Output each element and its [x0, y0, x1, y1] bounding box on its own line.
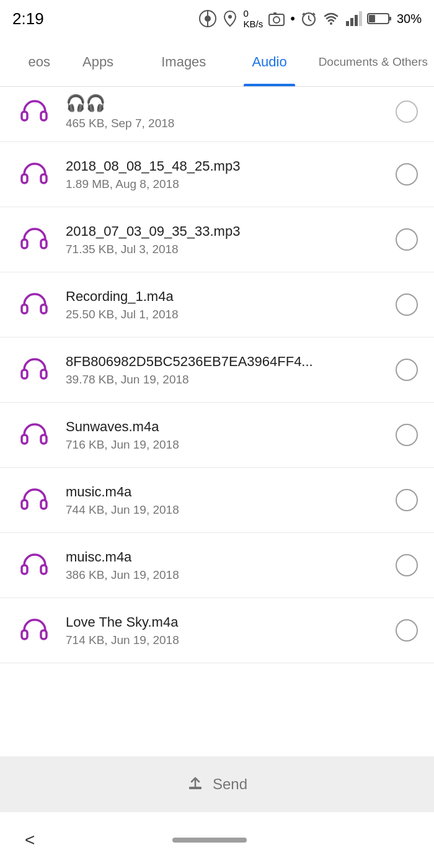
file-name: 8FB806982D5BC5236EB7EA3964FF4...	[66, 353, 382, 371]
file-meta: 71.35 KB, Jul 3, 2018	[66, 243, 382, 256]
svg-rect-27	[22, 305, 27, 313]
send-bar[interactable]: Send	[0, 756, 434, 812]
audio-icon	[12, 223, 56, 256]
tab-images[interactable]: Images	[141, 37, 226, 86]
file-name: 2018_08_08_15_48_25.mp3	[66, 158, 382, 176]
svg-rect-15	[350, 18, 353, 26]
file-info: 2018_07_03_09_35_33.mp3 71.35 KB, Jul 3,…	[56, 223, 392, 257]
nav-bar: <	[0, 812, 434, 868]
status-icons: 0KB/s •	[199, 8, 422, 29]
svg-rect-19	[389, 17, 391, 20]
file-checkbox[interactable]	[392, 163, 422, 186]
svg-rect-38	[41, 630, 46, 639]
list-item[interactable]: 8FB806982D5BC5236EB7EA3964FF4... 39.78 K…	[0, 338, 434, 403]
file-info: muisc.m4a 386 KB, Jun 19, 2018	[56, 548, 392, 583]
svg-line-10	[309, 19, 311, 21]
file-checkbox[interactable]	[392, 101, 422, 123]
svg-rect-30	[41, 370, 46, 378]
send-label: Send	[213, 776, 247, 793]
tab-documents[interactable]: Documents & Others	[312, 37, 434, 86]
audio-icon	[12, 419, 56, 451]
svg-rect-16	[355, 15, 358, 26]
tab-audio[interactable]: Audio	[226, 37, 312, 86]
battery-percent: 30%	[397, 12, 422, 26]
audio-icon	[12, 354, 56, 386]
file-name: 🎧🎧	[66, 93, 382, 114]
file-info: Recording_1.m4a 25.50 KB, Jul 1, 2018	[56, 288, 392, 322]
svg-point-6	[273, 17, 280, 23]
file-info: 🎧🎧 465 KB, Sep 7, 2018	[56, 93, 392, 130]
audio-icon	[12, 549, 56, 581]
file-name: Sunwaves.m4a	[66, 418, 382, 436]
file-meta: 465 KB, Sep 7, 2018	[66, 117, 382, 130]
svg-rect-31	[22, 435, 27, 444]
list-item[interactable]: Recording_1.m4a 25.50 KB, Jul 1, 2018	[0, 272, 434, 338]
file-meta: 386 KB, Jun 19, 2018	[66, 568, 382, 582]
svg-point-13	[330, 22, 332, 25]
list-item[interactable]: muisc.m4a 386 KB, Jun 19, 2018	[0, 533, 434, 598]
svg-rect-26	[41, 239, 46, 248]
file-checkbox[interactable]	[392, 554, 422, 576]
notification-dot: •	[290, 11, 295, 27]
svg-rect-20	[369, 15, 375, 22]
file-name: muisc.m4a	[66, 548, 382, 566]
svg-rect-25	[22, 239, 27, 248]
file-name: 2018_07_03_09_35_33.mp3	[66, 223, 382, 241]
svg-rect-28	[41, 305, 46, 313]
list-item[interactable]: Sunwaves.m4a 716 KB, Jun 19, 2018	[0, 403, 434, 468]
svg-rect-34	[41, 500, 46, 509]
audio-icon	[12, 96, 56, 128]
file-checkbox[interactable]	[392, 424, 422, 446]
file-info: 8FB806982D5BC5236EB7EA3964FF4... 39.78 K…	[56, 353, 392, 387]
file-checkbox[interactable]	[392, 228, 422, 251]
data-speed: 0KB/s	[244, 8, 264, 29]
audio-icon	[12, 289, 56, 321]
svg-rect-33	[22, 500, 27, 509]
send-icon	[187, 776, 204, 793]
file-name: Love The Sky.m4a	[66, 614, 382, 632]
back-button[interactable]: <	[25, 830, 35, 850]
list-item[interactable]: 2018_08_08_15_48_25.mp3 1.89 MB, Aug 8, …	[0, 142, 434, 207]
tab-apps[interactable]: Apps	[55, 37, 141, 86]
tab-videos[interactable]: eos	[0, 37, 55, 86]
svg-rect-17	[359, 11, 362, 26]
svg-rect-21	[22, 112, 27, 120]
svg-rect-32	[41, 435, 46, 444]
list-item[interactable]: Love The Sky.m4a 714 KB, Jun 19, 2018	[0, 598, 434, 663]
svg-rect-7	[273, 12, 277, 14]
signal-icon	[345, 10, 362, 27]
audio-icon	[12, 158, 56, 190]
status-time: 2:19	[12, 9, 44, 29]
svg-rect-23	[22, 174, 27, 183]
svg-point-4	[228, 15, 232, 19]
svg-rect-5	[269, 14, 284, 25]
file-meta: 1.89 MB, Aug 8, 2018	[66, 177, 382, 191]
file-name: Recording_1.m4a	[66, 288, 382, 306]
file-meta: 25.50 KB, Jul 1, 2018	[66, 308, 382, 321]
file-checkbox[interactable]	[392, 619, 422, 642]
audio-icon	[12, 484, 56, 516]
wifi-icon	[322, 10, 340, 27]
alarm-icon	[300, 10, 317, 27]
file-meta: 744 KB, Jun 19, 2018	[66, 503, 382, 517]
file-info: Love The Sky.m4a 714 KB, Jun 19, 2018	[56, 614, 392, 648]
battery-icon	[367, 12, 392, 25]
home-indicator[interactable]	[172, 838, 247, 843]
list-item[interactable]: 2018_07_03_09_35_33.mp3 71.35 KB, Jul 3,…	[0, 207, 434, 272]
chrome-icon	[199, 10, 216, 27]
svg-rect-37	[22, 630, 27, 639]
file-checkbox[interactable]	[392, 489, 422, 511]
file-info: Sunwaves.m4a 716 KB, Jun 19, 2018	[56, 418, 392, 452]
file-checkbox[interactable]	[392, 359, 422, 381]
file-info: 2018_08_08_15_48_25.mp3 1.89 MB, Aug 8, …	[56, 158, 392, 192]
maps-icon	[221, 10, 239, 27]
svg-rect-36	[41, 565, 46, 574]
file-name: music.m4a	[66, 483, 382, 501]
list-item[interactable]: music.m4a 744 KB, Jun 19, 2018	[0, 468, 434, 533]
svg-rect-35	[22, 565, 27, 574]
file-checkbox[interactable]	[392, 293, 422, 316]
file-meta: 714 KB, Jun 19, 2018	[66, 633, 382, 647]
file-list-container: 🎧🎧 465 KB, Sep 7, 2018 2018_08_08_15_48_…	[0, 87, 434, 756]
file-meta: 716 KB, Jun 19, 2018	[66, 438, 382, 452]
list-item[interactable]: 🎧🎧 465 KB, Sep 7, 2018	[0, 87, 434, 142]
